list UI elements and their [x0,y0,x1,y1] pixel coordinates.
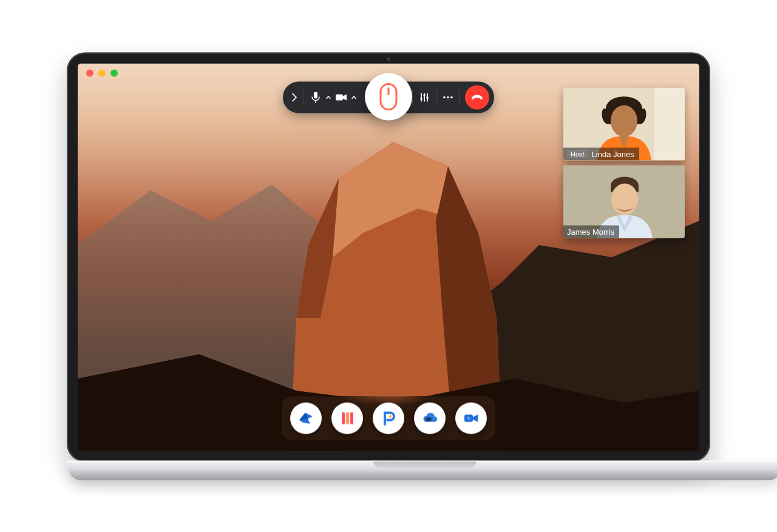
dock-app-projects[interactable] [373,402,404,434]
participant-tile[interactable]: James Morris [563,165,685,238]
microphone-options-button[interactable] [325,95,332,99]
svg-rect-15 [654,87,685,160]
webcam-dot [387,57,390,61]
zoom-window-button[interactable] [110,69,118,76]
participants-panel: Host Linda Jones [563,87,685,238]
participant-label: Host Linda Jones [563,147,639,160]
svg-point-13 [450,96,453,98]
video-camera-icon [462,409,480,427]
screen-viewport: Host Linda Jones [78,63,699,451]
mail-bird-icon [297,409,315,427]
chevron-up-icon [326,95,331,99]
cloud-icon [421,409,439,427]
columns-icon [338,409,356,427]
separator [436,89,436,106]
svg-point-16 [611,105,637,136]
microphone-button[interactable] [307,88,325,106]
minimize-window-button[interactable] [98,69,106,76]
svg-rect-2 [314,92,317,98]
svg-point-22 [389,415,392,417]
dock-app-mail[interactable] [290,402,322,434]
svg-rect-8 [421,98,422,99]
laptop-base [67,460,777,480]
more-icon [443,95,453,99]
camera-button[interactable] [332,88,350,106]
svg-rect-9 [424,94,426,96]
participant-name: James Morris [567,227,614,236]
svg-rect-21 [350,412,353,424]
hang-up-button[interactable] [465,85,489,109]
app-dock [282,396,495,440]
chevron-up-icon [351,95,356,99]
microphone-icon [311,91,321,103]
chevron-right-icon [291,93,297,101]
separator [412,89,413,106]
participant-name: Linda Jones [592,149,634,158]
p-logo-icon [379,409,398,427]
sliders-icon [419,92,430,103]
video-camera-icon [335,93,347,101]
dock-app-boards[interactable] [331,402,363,434]
laptop-lid: Host Linda Jones [67,52,710,462]
separator [460,89,460,106]
svg-point-11 [443,96,446,98]
close-window-button[interactable] [86,69,93,76]
more-options-button[interactable] [439,88,457,106]
remote-control-button[interactable] [365,73,412,120]
svg-rect-4 [336,94,343,100]
expand-toolbar-button[interactable] [288,88,301,106]
svg-point-23 [426,417,432,420]
dock-app-meeting[interactable] [455,402,487,434]
dock-app-drive[interactable] [414,402,446,434]
participant-label: James Morris [563,225,619,238]
svg-point-25 [467,417,470,420]
svg-rect-19 [342,412,345,424]
settings-sliders-button[interactable] [415,88,433,106]
svg-rect-20 [346,412,349,424]
participant-tile[interactable]: Host Linda Jones [563,87,685,160]
laptop-mockup: Host Linda Jones [67,52,710,480]
host-badge: Host [567,150,588,158]
mouse-icon [379,82,398,110]
svg-point-12 [447,96,449,98]
svg-rect-10 [427,96,429,98]
camera-options-button[interactable] [350,95,358,99]
separator [304,89,304,106]
hang-up-icon [470,94,484,100]
window-controls [86,69,118,76]
